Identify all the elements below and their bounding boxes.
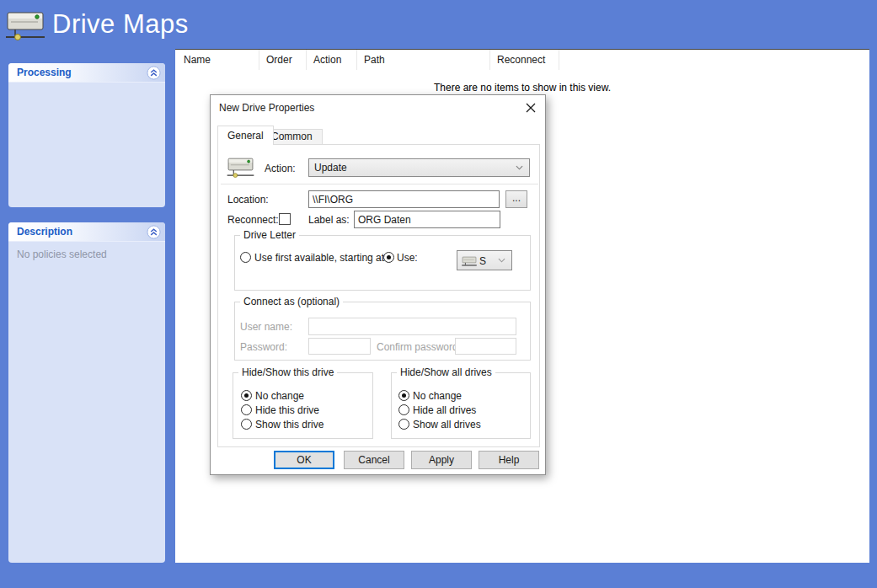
confirm-password-field	[455, 338, 516, 355]
chevron-down-icon	[516, 165, 523, 170]
hide-show-this-drive-title: Hide/Show this drive	[238, 366, 337, 378]
use-label: Use:	[397, 252, 418, 264]
new-drive-properties-dialog: New Drive Properties General Common Acti…	[210, 94, 546, 475]
dialog-title: New Drive Properties	[219, 102, 314, 114]
app-header: Drive Maps	[0, 0, 877, 49]
radio-use-first-available[interactable]	[240, 252, 251, 263]
radio-show-all-drives[interactable]	[398, 419, 409, 430]
drive-maps-icon	[5, 8, 45, 43]
reconnect-label: Reconnect:	[227, 214, 279, 226]
column-header-path[interactable]: Path	[357, 50, 490, 70]
action-label: Action:	[265, 163, 296, 174]
general-tab-page: Action: Update Location: ... Reconnect: …	[217, 144, 540, 447]
column-header-order[interactable]: Order	[259, 50, 307, 70]
description-panel: Description No policies selected	[8, 222, 165, 563]
hide-all-drives-label: Hide all drives	[413, 404, 476, 416]
description-panel-body: No policies selected	[8, 242, 165, 267]
show-this-drive-label: Show this drive	[255, 419, 324, 430]
action-dropdown[interactable]: Update	[308, 158, 530, 177]
close-icon[interactable]	[524, 101, 537, 115]
column-header-action[interactable]: Action	[307, 50, 357, 70]
hide-this-drive-label: Hide this drive	[255, 404, 319, 416]
drive-letter-dropdown[interactable]: S	[457, 250, 512, 270]
empty-view-message: There are no items to show in this view.	[175, 82, 869, 94]
list-header: Name Order Action Path Reconnect	[175, 50, 869, 70]
user-name-label: User name:	[240, 321, 292, 333]
show-all-drives-label: Show all drives	[413, 419, 481, 430]
description-panel-header: Description	[8, 222, 165, 242]
collapse-chevron-icon[interactable]	[147, 66, 161, 80]
processing-panel-body	[8, 83, 165, 96]
browse-button[interactable]: ...	[505, 190, 527, 208]
reconnect-checkbox[interactable]	[279, 213, 291, 225]
mini-drive-icon	[461, 254, 478, 268]
page-title: Drive Maps	[52, 9, 189, 40]
radio-this-no-change[interactable]	[241, 390, 252, 401]
confirm-password-label: Confirm password:	[377, 341, 461, 353]
column-header-reconnect[interactable]: Reconnect	[490, 50, 559, 70]
radio-hide-all-drives[interactable]	[398, 404, 409, 415]
tab-general[interactable]: General	[217, 126, 274, 145]
radio-hide-this-drive[interactable]	[241, 404, 252, 415]
radio-all-no-change[interactable]	[398, 390, 409, 401]
user-name-field	[308, 318, 516, 335]
column-header-filler	[559, 50, 869, 70]
hide-show-all-drives-title: Hide/Show all drives	[397, 366, 495, 378]
column-header-name[interactable]: Name	[175, 50, 259, 70]
password-field	[308, 338, 371, 355]
label-as-label: Label as:	[308, 214, 350, 226]
description-panel-title: Description	[17, 226, 72, 238]
location-label: Location:	[227, 194, 269, 206]
apply-button[interactable]: Apply	[411, 451, 472, 469]
chevron-down-icon	[498, 258, 505, 263]
collapse-chevron-icon[interactable]	[147, 225, 161, 239]
location-field[interactable]	[308, 190, 500, 208]
all-no-change-label: No change	[413, 390, 462, 402]
cancel-button[interactable]: Cancel	[344, 451, 404, 469]
action-dropdown-value: Update	[314, 162, 347, 174]
help-button[interactable]: Help	[479, 451, 539, 469]
drive-letter-group-title: Drive Letter	[240, 229, 299, 241]
radio-use[interactable]	[383, 252, 394, 263]
drive-icon	[227, 155, 254, 179]
radio-show-this-drive[interactable]	[241, 419, 252, 430]
processing-panel-title: Processing	[17, 67, 72, 78]
dialog-titlebar[interactable]: New Drive Properties	[211, 95, 545, 120]
use-first-available-label: Use first available, starting at:	[254, 252, 387, 264]
this-no-change-label: No change	[255, 390, 304, 402]
separator-line	[221, 184, 538, 184]
processing-panel-header: Processing	[8, 63, 165, 83]
processing-panel: Processing	[8, 63, 165, 207]
label-as-field[interactable]	[354, 211, 500, 228]
drive-letter-value: S	[479, 255, 486, 267]
password-label: Password:	[240, 341, 287, 353]
ok-button[interactable]: OK	[274, 451, 334, 469]
connect-as-group-title: Connect as (optional)	[240, 296, 343, 307]
